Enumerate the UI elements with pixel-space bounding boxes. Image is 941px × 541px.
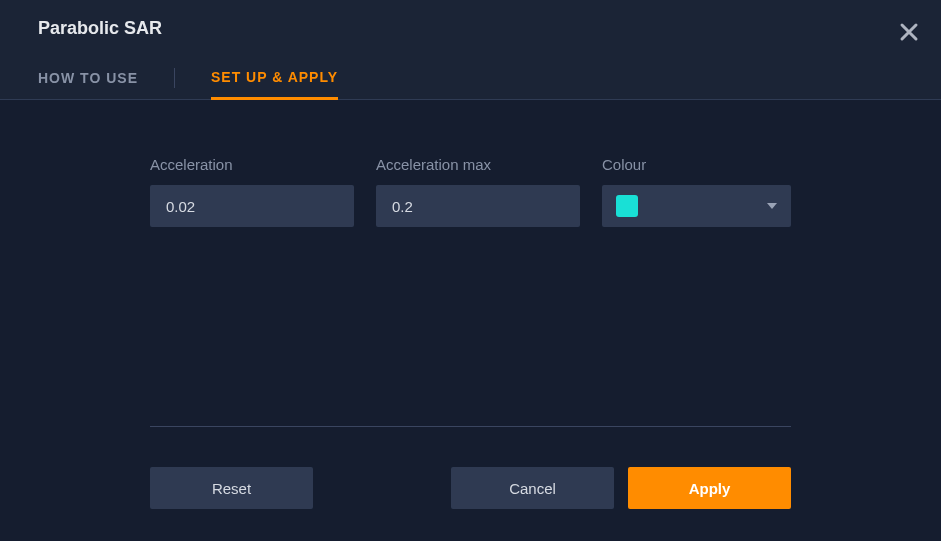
divider [150,426,791,427]
acceleration-input[interactable] [150,185,354,227]
tab-separator [174,68,175,88]
colour-label: Colour [602,156,791,173]
tab-how-to-use[interactable]: HOW TO USE [38,58,138,98]
acceleration-max-field: Acceleration max [376,156,580,227]
cancel-button[interactable]: Cancel [451,467,614,509]
reset-button[interactable]: Reset [150,467,313,509]
colour-field: Colour [602,156,791,227]
form-row: Acceleration Acceleration max Colour [150,156,791,227]
dialog-body: Acceleration Acceleration max Colour Res… [0,100,941,541]
close-icon[interactable] [899,22,919,42]
action-bar: Reset Cancel Apply [150,467,791,509]
apply-button[interactable]: Apply [628,467,791,509]
acceleration-field: Acceleration [150,156,354,227]
indicator-dialog: Parabolic SAR HOW TO USE SET UP & APPLY … [0,0,941,541]
colour-swatch [616,195,638,217]
colour-select[interactable] [602,185,791,227]
chevron-down-icon [767,203,777,209]
tab-setup-apply[interactable]: SET UP & APPLY [211,57,338,100]
dialog-title: Parabolic SAR [38,18,903,39]
dialog-header: Parabolic SAR [0,0,941,57]
acceleration-max-label: Acceleration max [376,156,580,173]
acceleration-label: Acceleration [150,156,354,173]
acceleration-max-input[interactable] [376,185,580,227]
tab-bar: HOW TO USE SET UP & APPLY [0,57,941,100]
